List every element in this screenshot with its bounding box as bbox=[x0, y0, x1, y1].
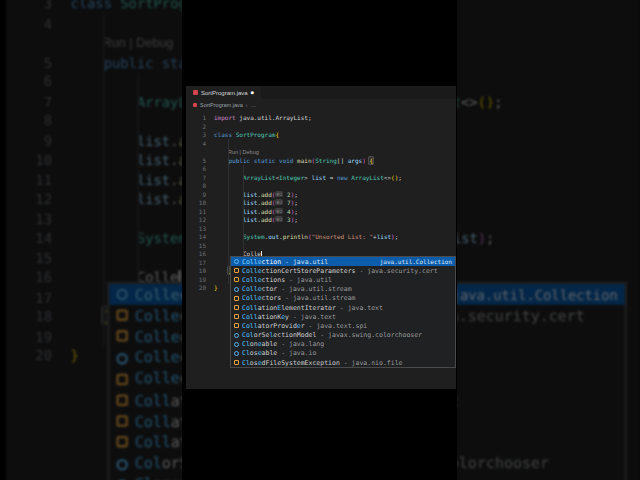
suggestion-label-part: ction bbox=[262, 258, 282, 266]
line-number: 13 bbox=[6, 209, 52, 229]
code-text bbox=[52, 327, 70, 347]
suggestion-label-part: Colle bbox=[135, 328, 180, 346]
code-line[interactable]: 11 list.add(e: 4); bbox=[186, 208, 456, 217]
suggestion-item[interactable]: ClosedFileSystemException - java.nio.fil… bbox=[231, 358, 455, 367]
intellisense-suggest-widget: Collection - java.utiljava.util.Collecti… bbox=[230, 256, 456, 368]
line-number: 5 bbox=[186, 157, 206, 166]
suggestion-label-part: Colle bbox=[135, 370, 180, 388]
suggestion-item[interactable]: CollationKey - java.text bbox=[231, 312, 455, 321]
line-number bbox=[186, 148, 206, 157]
code-line[interactable]: 14 System.out.println("Unsorted List: "+… bbox=[186, 233, 456, 242]
suggestion-item[interactable]: CollectionCertStoreParameters - java.sec… bbox=[231, 266, 455, 275]
suggestion-item[interactable]: CollationElementIterator - java.text bbox=[231, 303, 455, 312]
code-line[interactable]: 6 bbox=[186, 165, 456, 174]
line-number: 7 bbox=[186, 174, 206, 183]
breadcrumb: SortProgram.java › … bbox=[186, 99, 456, 110]
suggestion-detail: - java.nio.file bbox=[340, 359, 403, 367]
suggestion-item[interactable]: Closeable - java.io bbox=[231, 349, 455, 358]
suggestion-item[interactable]: CollatorProvider - java.text.spi bbox=[231, 321, 455, 330]
indent-guide bbox=[243, 165, 244, 267]
suggestion-detail: - java.util bbox=[281, 258, 328, 266]
symbol-class-icon bbox=[116, 331, 128, 343]
token: <> bbox=[384, 174, 391, 181]
token: add bbox=[261, 216, 272, 223]
breadcrumb-file[interactable]: SortProgram.java bbox=[200, 102, 243, 108]
token: list bbox=[243, 208, 257, 215]
code-text: list.add(e: 3); bbox=[206, 216, 298, 225]
line-number: 1 bbox=[186, 114, 206, 123]
suggestion-label-part: e bbox=[171, 476, 180, 480]
token: System bbox=[137, 229, 187, 245]
token bbox=[214, 157, 228, 164]
line-number: 7 bbox=[6, 92, 52, 112]
code-line[interactable]: 5 public static void main(String[] args)… bbox=[186, 157, 456, 166]
suggestion-detail: - java.text.spi bbox=[305, 322, 368, 330]
token: { bbox=[275, 131, 279, 138]
suggestion-label-part: ctor bbox=[262, 285, 278, 293]
code-line[interactable]: 8 bbox=[186, 182, 456, 191]
token: } bbox=[70, 346, 78, 362]
code-line[interactable]: 15 bbox=[186, 242, 456, 251]
symbol-class-icon bbox=[116, 416, 128, 428]
vscode-editor-panel: SortProgram.java ● SortProgram.java › … … bbox=[186, 86, 456, 389]
suggestion-label-part: Colle bbox=[242, 267, 262, 275]
screenshot-frame: 1import java.util.ArrayList;23class Sort… bbox=[0, 0, 640, 480]
suggestion-label-part: ation bbox=[258, 304, 278, 312]
suggestion-label-part: dFileSystemException bbox=[262, 359, 340, 367]
line-number: 4 bbox=[6, 14, 52, 34]
line-number: 19 bbox=[6, 327, 52, 347]
token: "Unsorted List: " bbox=[312, 233, 373, 240]
suggestion-label-part: lementIterator bbox=[281, 304, 336, 312]
suggestion-label-part: Coll bbox=[242, 313, 258, 321]
suggestion-label-part: able bbox=[262, 349, 278, 357]
symbol-interface-icon bbox=[116, 289, 128, 301]
suggestion-item[interactable]: Collection - java.utiljava.util.Collecti… bbox=[231, 257, 455, 266]
suggestion-label-part: Coll bbox=[242, 304, 258, 312]
code-text bbox=[52, 209, 70, 229]
token bbox=[70, 53, 103, 69]
token: out bbox=[268, 233, 279, 240]
suggestion-label-part: ctions bbox=[262, 276, 285, 284]
symbol-class-icon bbox=[116, 310, 128, 322]
suggestion-label-part: atorProvid bbox=[258, 322, 297, 330]
token: ; bbox=[486, 229, 494, 245]
code-text bbox=[206, 259, 214, 268]
code-line[interactable]: 7 ArrayList<Integer> list = new ArrayLis… bbox=[186, 174, 456, 183]
suggestion-label-part: Coll bbox=[135, 433, 171, 451]
codelens-row[interactable]: Run | Debug bbox=[186, 148, 456, 157]
token: list bbox=[243, 199, 257, 206]
token: . bbox=[170, 190, 178, 206]
modified-dot-icon[interactable]: ● bbox=[251, 90, 254, 95]
java-file-icon bbox=[193, 103, 197, 107]
suggestion-detail: - java.lang bbox=[277, 340, 324, 348]
code-line[interactable]: 3class SortProgram{ bbox=[186, 131, 456, 140]
breadcrumb-ellipsis[interactable]: … bbox=[251, 102, 257, 108]
code-text bbox=[52, 112, 70, 132]
code-editor-area[interactable]: 1import java.util.ArrayList;23class Sort… bbox=[186, 110, 456, 389]
code-line[interactable]: 10 list.add(e: 7); bbox=[186, 199, 456, 208]
indent-guide bbox=[228, 139, 229, 284]
suggestion-item[interactable]: Cloneable - java.lang bbox=[231, 340, 455, 349]
token: java.util.ArrayList; bbox=[239, 114, 311, 121]
line-number bbox=[6, 33, 52, 53]
token: () bbox=[478, 92, 495, 108]
suggestion-item[interactable]: Collectors - java.util.stream bbox=[231, 294, 455, 303]
token: ; bbox=[494, 92, 502, 108]
code-line[interactable]: 9 list.add(e: 2); bbox=[186, 191, 456, 200]
symbol-class-icon bbox=[234, 296, 239, 301]
tab-sortprogram-java[interactable]: SortProgram.java ● bbox=[186, 86, 261, 99]
code-line[interactable]: 1import java.util.ArrayList; bbox=[186, 114, 456, 123]
suggestion-item[interactable]: Collections - java.util bbox=[231, 275, 455, 284]
token: ) bbox=[478, 229, 486, 245]
code-line[interactable]: 13 bbox=[186, 225, 456, 234]
code-line[interactable]: 4 bbox=[186, 140, 456, 149]
line-number: 5 bbox=[6, 53, 52, 73]
code-line[interactable]: 12 list.add(e: 3); bbox=[186, 216, 456, 225]
token: Integer bbox=[279, 174, 304, 181]
code-text: ArrayList<Integer> list = new ArrayList<… bbox=[206, 174, 402, 183]
code-line[interactable]: 2 bbox=[186, 123, 456, 132]
code-text bbox=[206, 276, 214, 285]
suggestion-item[interactable]: ColorSelectionModel - javax.swing.colorc… bbox=[231, 331, 455, 340]
line-number: 15 bbox=[186, 242, 206, 251]
suggestion-item[interactable]: Collector - java.util.stream bbox=[231, 285, 455, 294]
